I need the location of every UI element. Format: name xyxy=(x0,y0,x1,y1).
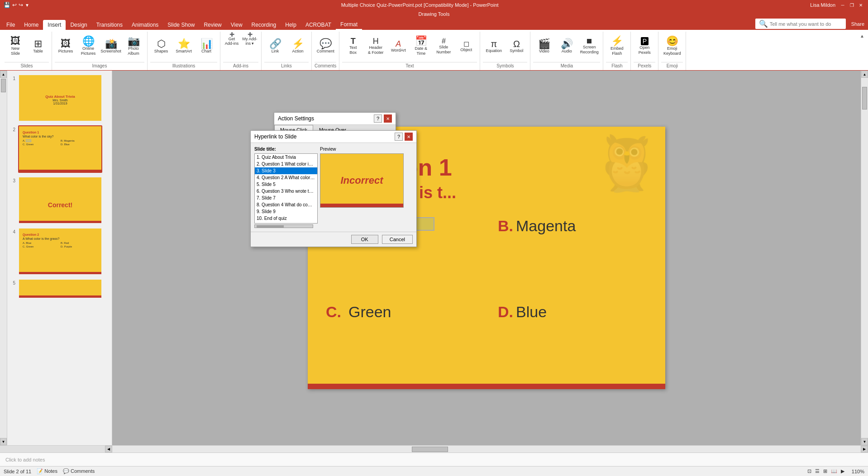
main-area: ▲ ▼ 1 Quiz About Trivia Mrs. Smith 1/31/… xyxy=(0,71,868,445)
slide-list-item-1[interactable]: 1. Quiz About Trivia xyxy=(255,154,317,161)
tab-transitions[interactable]: Transitions xyxy=(92,20,127,30)
photo-album-button[interactable]: 📷 PhotoAlbum xyxy=(123,33,144,60)
tab-view[interactable]: View xyxy=(226,20,247,30)
collapse-ribbon-button[interactable]: ▲ xyxy=(860,33,864,38)
close-button[interactable]: ✕ xyxy=(857,2,864,8)
symbol-button[interactable]: Ω Symbol xyxy=(506,33,527,60)
hyperlink-help-button[interactable]: ? xyxy=(395,133,403,141)
slide-thumbnail-4[interactable]: 4 Question 2 A What color is the grass? … xyxy=(9,228,110,275)
tab-insert[interactable]: Insert xyxy=(43,20,66,30)
slide-thumbnail-2[interactable]: 2 Question 1 What color is the sky? A. B… xyxy=(9,125,110,173)
video-button[interactable]: 🎬 Video xyxy=(533,33,555,60)
link-button[interactable]: 🔗 Link xyxy=(264,33,286,60)
minimize-button[interactable]: ─ xyxy=(839,2,846,8)
tab-home[interactable]: Home xyxy=(19,20,43,30)
slide-list-item-7[interactable]: 7. Slide 7 xyxy=(255,195,317,201)
slide-list-item-2[interactable]: 2. Question 1 What color is the sky? xyxy=(255,161,317,167)
slide-panel-scroll-down[interactable]: ▼ xyxy=(0,438,7,445)
audio-button[interactable]: 🔊 Audio xyxy=(556,33,577,60)
hyperlink-to-slide-dialog[interactable]: Hyperlink to Slide ? ✕ Slide title: 1. Q… xyxy=(250,130,417,247)
tab-animations[interactable]: Animations xyxy=(127,20,163,30)
open-pexels-button[interactable]: P OpenPexels xyxy=(634,33,655,60)
new-slide-button[interactable]: 🖼 NewSlide xyxy=(5,33,26,60)
slide-list-item-11[interactable]: 11. Slide 11 xyxy=(255,222,317,224)
emoji-group-label: Emoji xyxy=(661,62,683,70)
tab-recording[interactable]: Recording xyxy=(247,20,281,30)
canvas-scroll-up[interactable]: ▲ xyxy=(861,71,868,78)
notes-area[interactable]: Click to add notes xyxy=(0,452,868,466)
slide-list[interactable]: 1. Quiz About Trivia 2. Question 1 What … xyxy=(254,153,318,224)
hyperlink-close-button[interactable]: ✕ xyxy=(405,133,413,141)
action-settings-help-button[interactable]: ? xyxy=(374,114,382,123)
get-addins-button[interactable]: ➕ Get Add-ins xyxy=(223,33,240,45)
customize-icon[interactable]: ▼ xyxy=(25,3,29,8)
illustrations-items: ⬡ Shapes ⭐ SmartArt 📊 Chart xyxy=(150,32,217,62)
reading-view-icon[interactable]: 📖 xyxy=(831,468,837,474)
online-pictures-button[interactable]: 🌐 OnlinePictures xyxy=(77,33,99,60)
object-button[interactable]: ◻ Object xyxy=(455,33,477,60)
canvas-opt-c: C. xyxy=(326,303,341,321)
slide-list-item-3[interactable]: 3. Slide 3 xyxy=(255,167,317,174)
tab-format[interactable]: Format xyxy=(336,20,362,30)
screenshot-button[interactable]: 📸 Screenshot xyxy=(100,33,122,60)
smartart-button[interactable]: ⭐ SmartArt xyxy=(173,33,195,60)
slide-thumbnail-5[interactable]: 5 xyxy=(9,279,110,326)
slide-list-scrollbar[interactable] xyxy=(254,224,313,228)
textbox-button[interactable]: T TextBox xyxy=(342,33,364,60)
tab-review[interactable]: Review xyxy=(199,20,226,30)
canvas-scroll-left[interactable]: ◀ xyxy=(105,446,112,452)
canvas-scroll-down[interactable]: ▼ xyxy=(861,438,868,445)
slideshow-icon[interactable]: ▶ xyxy=(841,468,844,474)
tab-design[interactable]: Design xyxy=(66,20,91,30)
tab-file[interactable]: File xyxy=(2,20,19,30)
action-button[interactable]: ⚡ Action xyxy=(287,33,309,60)
slide-panel: 1 Quiz About Trivia Mrs. Smith 1/31/2019… xyxy=(7,71,112,445)
pictures-button[interactable]: 🖼 Pictures xyxy=(55,33,76,60)
wordart-button[interactable]: A WordArt xyxy=(387,33,409,60)
canvas-scroll-right[interactable]: ▶ xyxy=(861,446,868,452)
tell-me-input[interactable] xyxy=(770,21,842,27)
restore-button[interactable]: ❐ xyxy=(848,2,855,8)
chart-button[interactable]: 📊 Chart xyxy=(196,33,217,60)
hyperlink-cancel-button[interactable]: Cancel xyxy=(382,235,413,244)
equation-button[interactable]: π Equation xyxy=(483,33,505,60)
shapes-button[interactable]: ⬡ Shapes xyxy=(150,33,172,60)
canvas-opt-d-text: Blue xyxy=(516,303,547,321)
slide-thumbnail-1[interactable]: 1 Quiz About Trivia Mrs. Smith 1/31/2019 xyxy=(9,74,110,122)
normal-view-icon[interactable]: ⊡ xyxy=(807,468,811,474)
screen-recording-label: ScreenRecording xyxy=(580,45,599,55)
slide-list-item-5[interactable]: 5. Slide 5 xyxy=(255,181,317,188)
redo-icon[interactable]: ↪ xyxy=(19,2,23,8)
save-icon[interactable]: 💾 xyxy=(4,2,10,8)
slide-list-item-9[interactable]: 9. Slide 9 xyxy=(255,208,317,215)
slide-list-item-4[interactable]: 4. Question 2 A What color is the gra... xyxy=(255,174,317,181)
action-settings-close-button[interactable]: ✕ xyxy=(384,114,392,123)
comments-icon[interactable]: 💬 Comments xyxy=(63,468,95,474)
tab-slideshow[interactable]: Slide Show xyxy=(163,20,199,30)
tab-acrobat[interactable]: ACROBAT xyxy=(301,20,336,30)
embed-flash-button[interactable]: ⚡ EmbedFlash xyxy=(606,33,628,60)
notes-icon[interactable]: 📝 Notes xyxy=(37,468,57,474)
hyperlink-ok-button[interactable]: OK xyxy=(351,235,378,244)
header-footer-button[interactable]: H Header& Footer xyxy=(365,33,386,60)
my-addins-button[interactable]: ➕ My Add-ins ▾ xyxy=(241,33,258,45)
link-icon: 🔗 xyxy=(269,39,281,49)
slide-list-item-8[interactable]: 8. Question 4 What do cows eat? xyxy=(255,201,317,208)
screen-recording-button[interactable]: ⏹ ScreenRecording xyxy=(578,33,600,60)
slide-panel-scroll-up[interactable]: ▲ xyxy=(0,71,7,78)
undo-icon[interactable]: ↩ xyxy=(12,2,17,8)
slide-image-1: Quiz About Trivia Mrs. Smith 1/31/2019 xyxy=(18,74,102,122)
tab-help[interactable]: Help xyxy=(281,20,301,30)
date-time-button[interactable]: 📅 Date &Time xyxy=(410,33,432,60)
slide-sorter-icon[interactable]: ⊞ xyxy=(823,468,827,474)
slide-list-item-6[interactable]: 6. Question 3 Who wrote the Harry P... xyxy=(255,188,317,195)
table-button[interactable]: ⊞ Table xyxy=(27,33,49,60)
emoji-keyboard-button[interactable]: 😊 EmojiKeyboard xyxy=(661,33,683,60)
window-controls[interactable]: ─ ❐ ✕ xyxy=(839,2,864,8)
slide-list-item-10[interactable]: 10. End of quiz xyxy=(255,215,317,222)
slide-number-button[interactable]: # SlideNumber xyxy=(433,33,454,60)
outline-view-icon[interactable]: ☰ xyxy=(815,468,820,474)
comment-button[interactable]: 💬 Comment xyxy=(315,33,336,60)
share-button[interactable]: Share xyxy=(851,21,864,27)
slide-thumbnail-3[interactable]: 3 Correct! xyxy=(9,176,110,224)
